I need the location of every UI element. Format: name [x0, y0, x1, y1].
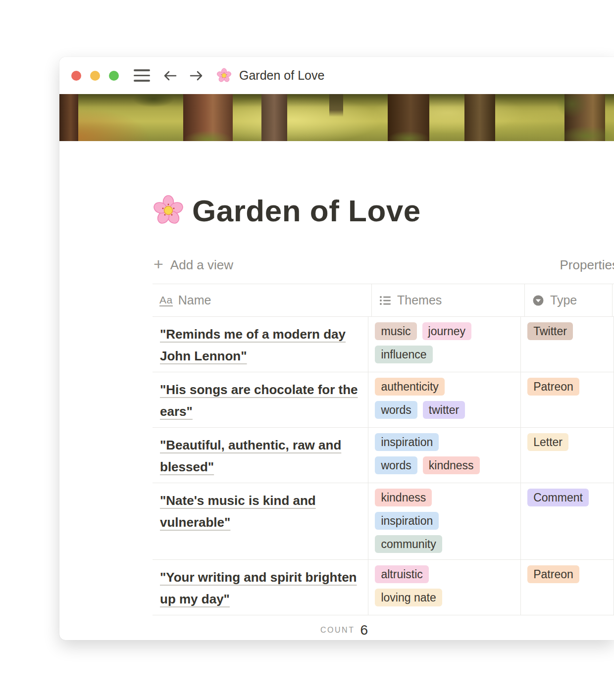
theme-tag: journey: [422, 322, 471, 340]
close-button[interactable]: [71, 71, 81, 81]
type-cell[interactable]: Patreon: [521, 560, 614, 615]
type-tag: Patreon: [527, 565, 579, 583]
type-cell[interactable]: Comment: [521, 483, 614, 559]
themes-cell[interactable]: kindness inspiration community: [368, 483, 521, 559]
window-title: Garden of Love: [239, 68, 324, 83]
type-cell[interactable]: Twitter: [521, 317, 614, 372]
name-cell[interactable]: "Your writing and spirit brighten up my …: [153, 560, 368, 615]
app-window: Garden of Love: [59, 57, 614, 640]
page-title-text: Garden of Love: [192, 193, 421, 228]
theme-tag: authenticity: [375, 378, 444, 396]
table-row: "Nate's music is kind and vulnerable" ki…: [153, 483, 614, 560]
type-tag: Patreon: [527, 378, 579, 396]
theme-tag: altruistic: [375, 565, 428, 583]
traffic-lights: [71, 71, 119, 81]
tree-trunk: [564, 94, 605, 141]
column-header-name[interactable]: Aa Name: [153, 284, 372, 316]
zoom-button[interactable]: [109, 71, 119, 81]
name-cell[interactable]: "Beautiful, authentic, raw and blessed": [153, 428, 368, 483]
table-row: "Beautiful, authentic, raw and blessed" …: [153, 428, 614, 483]
view-toolbar: + Add a view Properties: [153, 254, 614, 276]
theme-tag: words: [375, 401, 417, 419]
theme-tag: community: [375, 535, 442, 553]
theme-tag: kindness: [423, 456, 480, 474]
tree-trunk: [261, 94, 287, 141]
type-tag: Letter: [527, 433, 568, 451]
add-view-button[interactable]: + Add a view: [153, 257, 233, 273]
type-tag: Comment: [527, 489, 589, 506]
title-icon: Aa: [159, 294, 173, 306]
themes-cell[interactable]: music journey influence: [368, 317, 521, 372]
column-header-themes[interactable]: Themes: [372, 284, 525, 316]
name-cell[interactable]: "His songs are chocolate for the ears": [153, 372, 368, 427]
type-cell[interactable]: Patreon: [521, 372, 614, 427]
properties-button[interactable]: Properties: [560, 257, 614, 273]
theme-tag: kindness: [375, 489, 432, 506]
theme-tag: inspiration: [375, 512, 439, 530]
count-value: 6: [360, 622, 368, 638]
forward-icon[interactable]: [190, 70, 204, 82]
minimize-button[interactable]: [90, 71, 100, 81]
table-footer: COUNT 6: [153, 615, 614, 640]
tree-trunk: [388, 94, 429, 141]
count-label: COUNT: [320, 626, 355, 635]
database-table: Aa Name Themes Type: [153, 284, 614, 640]
theme-tag: words: [375, 456, 417, 474]
table-row: "Your writing and spirit brighten up my …: [153, 560, 614, 615]
tree-trunk: [59, 94, 78, 141]
tree-trunk: [464, 94, 495, 141]
name-cell[interactable]: "Reminds me of a modern day John Lennon": [153, 317, 368, 372]
cover-image: [59, 94, 614, 141]
plus-icon: +: [154, 257, 163, 271]
tree-trunk: [183, 94, 233, 141]
type-tag: Twitter: [527, 322, 573, 340]
themes-cell[interactable]: altruistic loving nate: [368, 560, 521, 615]
type-cell[interactable]: Letter: [521, 428, 614, 483]
theme-tag: influence: [375, 346, 432, 363]
theme-tag: loving nate: [375, 589, 442, 606]
table-row: "His songs are chocolate for the ears" a…: [153, 372, 614, 428]
cherry-blossom-icon: [216, 68, 232, 83]
table-row: "Reminds me of a modern day John Lennon"…: [153, 317, 614, 372]
titlebar: Garden of Love: [59, 57, 614, 94]
page-title: Garden of Love: [153, 193, 614, 228]
cherry-blossom-icon[interactable]: [153, 195, 184, 226]
themes-cell[interactable]: inspiration words kindness: [368, 428, 521, 483]
theme-tag: twitter: [423, 401, 465, 419]
multiselect-icon: [379, 294, 392, 307]
select-icon: [532, 294, 545, 307]
column-header-type[interactable]: Type: [525, 284, 613, 316]
theme-tag: inspiration: [375, 433, 439, 451]
page-content: Garden of Love + Add a view Properties A…: [59, 193, 614, 640]
theme-tag: music: [375, 322, 416, 340]
tree-trunk: [329, 94, 343, 117]
themes-cell[interactable]: authenticity words twitter: [368, 372, 521, 427]
count-aggregate[interactable]: COUNT 6: [153, 615, 372, 640]
name-cell[interactable]: "Nate's music is kind and vulnerable": [153, 483, 368, 559]
menu-icon[interactable]: [134, 69, 150, 82]
back-icon[interactable]: [163, 70, 177, 82]
table-header: Aa Name Themes Type: [153, 284, 614, 317]
